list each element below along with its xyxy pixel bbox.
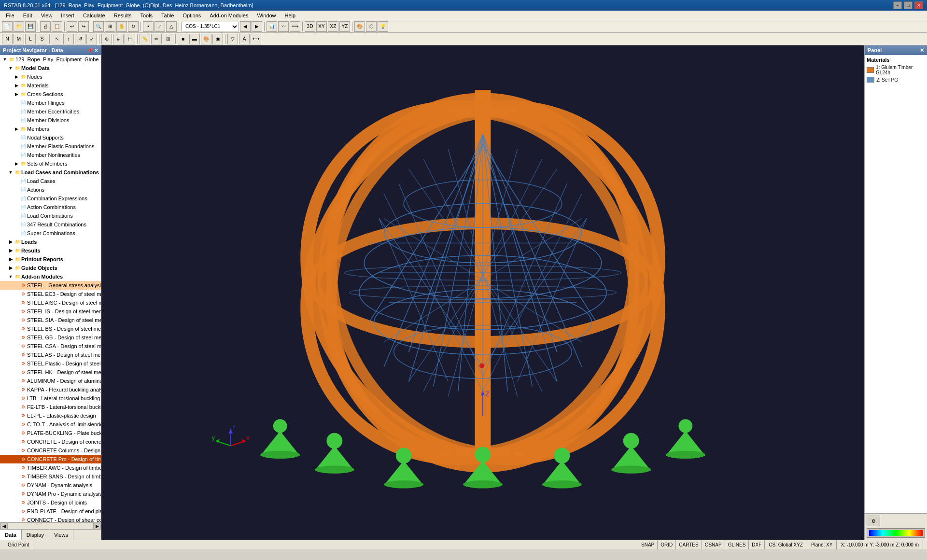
am-expand[interactable]: ▼ — [8, 274, 14, 280]
tree-super-combinations[interactable]: 📄 Super Combinations — [0, 229, 101, 238]
results-expand[interactable]: ▶ — [8, 248, 14, 253]
tree-load-combinations[interactable]: 📄 Load Combinations — [0, 211, 101, 220]
tree-cross-sections[interactable]: ▶ 📁 Cross-Sections — [0, 90, 101, 98]
render-btn[interactable]: 🎨 — [354, 21, 365, 32]
results-btn[interactable]: 📊 — [267, 21, 277, 32]
tree-loads[interactable]: ▶ 📁 Loads — [0, 238, 101, 246]
t2-btn1[interactable]: N — [2, 34, 13, 44]
tree-steel-bs[interactable]: ⚙ STEEL BS - Design of steel membe... — [0, 324, 101, 333]
t2-dim[interactable]: ⟷ — [251, 34, 261, 44]
t2-btn2[interactable]: M — [14, 34, 24, 44]
menu-insert[interactable]: Insert — [57, 12, 78, 19]
tree-plate-buckling[interactable]: ⚙ PLATE-BUCKLING - Plate buckling... — [0, 429, 101, 437]
tree-root[interactable]: ▼ 📁 129_Rope_Play_Equipment_Globe_(C)Di.… — [0, 55, 101, 64]
scroll-left[interactable]: ◀ — [0, 523, 8, 530]
model-expand[interactable]: ▼ — [8, 65, 14, 71]
tree-steel-is[interactable]: ⚙ STEEL IS - Design of steel member... — [0, 307, 101, 316]
tree-steel-aisc[interactable]: ⚙ STEEL AISC - Design of steel mem... — [0, 298, 101, 307]
tree-steel-csa[interactable]: ⚙ STEEL CSA - Design of steel mem... — [0, 342, 101, 350]
tree-fe-ltb[interactable]: ⚙ FE-LTB - Lateral-torsional buckling... — [0, 403, 101, 411]
tree-timber-awc[interactable]: ⚙ TIMBER AWC - Design of timber m... — [0, 463, 101, 472]
t2-btn3[interactable]: L — [25, 34, 36, 44]
members-expand[interactable]: ▶ — [14, 126, 19, 132]
tree-dynam-pro[interactable]: ⚙ DYNAM Pro - Dynamic analysis — [0, 490, 101, 498]
tree-kappa[interactable]: ⚙ KAPPA - Flexural buckling analysis... — [0, 385, 101, 394]
lcc-expand[interactable]: ▼ — [8, 169, 14, 175]
next-lc[interactable]: ▶ — [252, 21, 262, 32]
redo-button[interactable]: ↪ — [78, 21, 89, 32]
tree-aluminum[interactable]: ⚙ ALUMINUM - Design of aluminum ... — [0, 377, 101, 385]
status-snap[interactable]: SNAP — [638, 540, 658, 549]
tree-model-data[interactable]: ▼ 📁 Model Data — [0, 64, 101, 72]
pan-button[interactable]: ✋ — [116, 21, 127, 32]
deform-btn[interactable]: 〰 — [278, 21, 289, 32]
menu-tools[interactable]: Tools — [136, 12, 156, 19]
tree-joints[interactable]: ⚙ JOINTS - Design of joints — [0, 498, 101, 507]
menu-results[interactable]: Results — [110, 12, 136, 19]
menu-edit[interactable]: Edit — [19, 12, 36, 19]
tree-steel-ec3[interactable]: ⚙ STEEL EC3 - Design of steel memb... — [0, 290, 101, 298]
tree-member-elastic[interactable]: 📄 Member Elastic Foundations — [0, 142, 101, 151]
tree-el-pl[interactable]: ⚙ EL-PL - Elastic-plastic design — [0, 411, 101, 420]
tree-concrete[interactable]: ⚙ CONCRETE - Design of concrete m... — [0, 437, 101, 446]
tree-timber-sans[interactable]: ⚙ TIMBER SANS - Design of timber m... — [0, 472, 101, 481]
t2-ortho[interactable]: ⊢ — [125, 34, 135, 44]
t2-render2[interactable]: ◉ — [212, 34, 223, 44]
tree-actions[interactable]: 📄 Actions — [0, 185, 101, 194]
load-case-dropdown[interactable]: COS - 1.35*LC1 — [181, 22, 239, 31]
tree-addon-modules[interactable]: ▼ 📁 Add-on Modules — [0, 272, 101, 281]
tree-result-combinations[interactable]: 📄 347 Result Combinations — [0, 220, 101, 229]
minimize-button[interactable]: − — [893, 1, 902, 9]
status-cartes[interactable]: CARTES — [676, 540, 702, 549]
tree-member-nonlin[interactable]: 📄 Member Nonlinearities — [0, 151, 101, 159]
t2-color[interactable]: 🎨 — [201, 34, 211, 44]
rotate-button[interactable]: ↻ — [128, 21, 139, 32]
t2-measure[interactable]: 📏 — [140, 34, 150, 44]
panel-settings-btn[interactable]: ⚙ — [867, 516, 880, 526]
menu-calculate[interactable]: Calculate — [79, 12, 109, 19]
status-glines[interactable]: GLINES — [725, 540, 749, 549]
cs-expand[interactable]: ▶ — [14, 91, 19, 97]
menu-addon[interactable]: Add-on Modules — [206, 12, 252, 19]
view-3d[interactable]: 3D — [305, 21, 315, 32]
lighting-btn[interactable]: 💡 — [378, 21, 388, 32]
save-button[interactable]: 💾 — [25, 21, 36, 32]
tree-printout[interactable]: ▶ 📁 Printout Reports — [0, 255, 101, 264]
member-btn[interactable]: ⟋ — [154, 21, 165, 32]
tree-materials[interactable]: ▶ 📁 Materials — [0, 81, 101, 90]
tree-ltb[interactable]: ⚙ LTB - Lateral-torsional buckling ar... — [0, 394, 101, 403]
tab-data[interactable]: Data — [0, 530, 22, 540]
tree-load-cases-comb[interactable]: ▼ 📁 Load Cases and Combinations — [0, 168, 101, 177]
t2-section[interactable]: ▬ — [189, 34, 200, 44]
tree-steel-plastic[interactable]: ⚙ STEEL Plastic - Design of steel me... — [0, 359, 101, 368]
t2-scale[interactable]: ⤢ — [86, 34, 97, 44]
tree-steel-sia[interactable]: ⚙ STEEL SIA - Design of steel mem... — [0, 316, 101, 324]
print-button[interactable]: 🖨 — [40, 21, 51, 32]
status-dxf[interactable]: DXF — [749, 540, 765, 549]
maximize-button[interactable]: □ — [904, 1, 913, 9]
tree-steel-as[interactable]: ⚙ STEEL AS - Design of steel membe... — [0, 350, 101, 359]
pr-expand[interactable]: ▶ — [8, 256, 14, 262]
t2-table[interactable]: ⊞ — [163, 34, 173, 44]
undo-button[interactable]: ↩ — [67, 21, 77, 32]
tree-nodal-supports[interactable]: 📄 Nodal Supports — [0, 133, 101, 142]
menu-window[interactable]: Window — [253, 12, 280, 19]
prev-lc[interactable]: ◀ — [240, 21, 251, 32]
menu-file[interactable]: File — [2, 12, 18, 19]
tree-dynam[interactable]: ⚙ DYNAM - Dynamic analysis — [0, 481, 101, 490]
t2-snap[interactable]: ⊕ — [101, 34, 112, 44]
tree-connect[interactable]: ⚙ CONNECT - Design of shear conn... — [0, 516, 101, 522]
root-expand[interactable]: ▼ — [2, 56, 8, 62]
t2-btn4[interactable]: S — [37, 34, 47, 44]
t2-filter[interactable]: ▽ — [227, 34, 238, 44]
scroll-right[interactable]: ▶ — [93, 523, 101, 530]
section-forces-btn[interactable]: ⟹ — [290, 21, 300, 32]
t2-label[interactable]: A — [239, 34, 250, 44]
t2-move[interactable]: ↕ — [63, 34, 74, 44]
tree-results[interactable]: ▶ 📁 Results — [0, 246, 101, 255]
open-button[interactable]: 📁 — [14, 21, 24, 32]
close-button[interactable]: ✕ — [914, 1, 923, 9]
wire-btn[interactable]: ⬡ — [366, 21, 377, 32]
tree-steel-gb[interactable]: ⚙ STEEL GB - Design of steel membe... — [0, 333, 101, 342]
tree-guide-objects[interactable]: ▶ 📁 Guide Objects — [0, 264, 101, 272]
